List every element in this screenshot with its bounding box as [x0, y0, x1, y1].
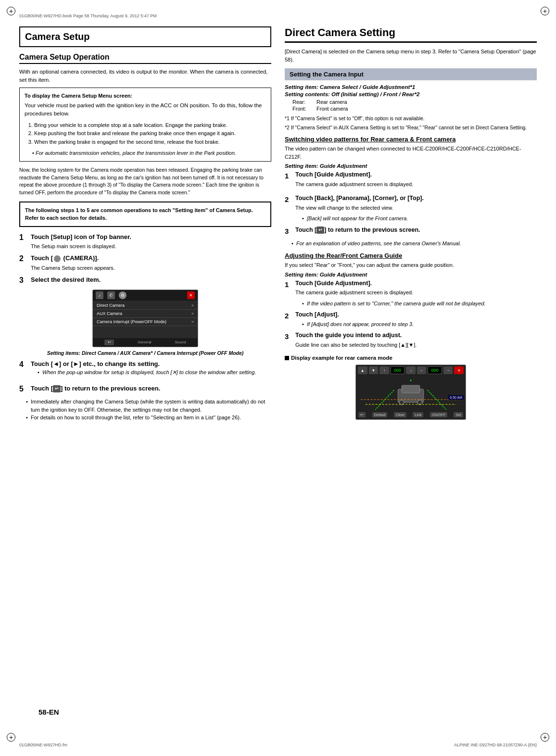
camera-top-bar: ♪ ✆ ⚙ ✕: [93, 290, 198, 301]
footnote-1: *1 If "Camera Select" is set to "Off", t…: [285, 115, 537, 122]
rear-label: Rear:: [292, 99, 316, 105]
footer-product-info: ALPINE INE-S927HD 68-21057Z90-A (EN): [454, 743, 537, 747]
time-badge: 6:50 AM: [448, 395, 464, 400]
number-field-1: 000: [391, 366, 404, 374]
ag-step-1: 1 Touch [Guide Adjustment]. The camera g…: [285, 279, 537, 308]
step-5: 5 Touch [↩] to return to the previous sc…: [19, 384, 271, 394]
adjusting-guide-title: Adjusting the Rear/Front Camera Guide: [285, 252, 537, 259]
step-5-content: Touch [↩] to return to the previous scre…: [31, 384, 271, 393]
sv-step-2-content: Touch [Back], [Panorama], [Corner], or […: [295, 194, 537, 223]
ag-step-1-num: 1: [285, 279, 293, 290]
camera-table: Rear: Rear camera Front: Front camera: [292, 99, 351, 112]
step-3-title: Select the desired item.: [31, 276, 271, 284]
default-btn: Default: [372, 412, 388, 417]
down2-btn: ↓: [406, 366, 416, 374]
ag-step-2: 2 Touch [Adjust]. If [Adjust] does not a…: [285, 311, 537, 328]
step-4-content: Touch [◄] or [►] etc., to change its set…: [31, 360, 271, 380]
switching-video-body: The video pattern can be changed when co…: [285, 145, 537, 161]
notice-bullets: For automatic transmission vehicles, pla…: [32, 149, 266, 157]
step-4-title: Touch [◄] or [►] etc., to change its set…: [31, 360, 271, 368]
switching-video-title: Switching video patterns for Rear camera…: [285, 136, 537, 143]
camera-bottom-bar: ↩ General Sound: [93, 338, 198, 347]
notice-steps: Bring your vehicle to a complete stop at…: [34, 121, 266, 147]
adjusting-guide-body: If you select "Rear" or "Front," you can…: [285, 261, 537, 269]
sv-step-3-content: Touch [↩] to return to the previous scre…: [295, 226, 537, 235]
step-3-num: 3: [19, 276, 29, 286]
step-5-title: Touch [↩] to return to the previous scre…: [31, 384, 271, 393]
right-intro: [Direct Camera] is selected on the Camer…: [285, 48, 537, 63]
front-value: Front camera: [316, 105, 351, 112]
ag-step-2-content: Touch [Adjust]. If [Adjust] does not app…: [295, 311, 537, 328]
step-1-num: 1: [19, 233, 29, 243]
notice-step-2: Keep pushing the foot brake and release …: [34, 129, 266, 138]
corner-mark-br: [541, 733, 549, 742]
page-number: 58-EN: [38, 708, 59, 716]
setting-item-label-1: Setting item: Camera Select / Guide Adju…: [285, 84, 537, 90]
ag-step-3: 3 Touch the guide you intend to adjust. …: [285, 331, 537, 352]
camera-screen: ♪ ✆ ⚙ ✕ Direct Camera » AUX Camera »: [92, 290, 198, 347]
up2-btn: ↑: [379, 366, 389, 374]
close-btn: ✕: [454, 366, 464, 374]
footnote-2: *2 If "Camera Select" in AUX Camera Sett…: [285, 124, 537, 131]
page-container: 01GB00INE-W927HD.book Page 58 Thursday, …: [0, 0, 556, 756]
link-btn: Link: [413, 412, 423, 417]
step-5-num: 5: [19, 384, 29, 394]
switching-setting-item: Setting item: Guide Adjustment: [285, 163, 537, 169]
col-right: Direct Camera Setting [Direct Camera] is…: [285, 26, 537, 730]
step-2-desc: The Camera Setup screen appears.: [31, 264, 271, 272]
subsection-title: Camera Setup Operation: [19, 53, 271, 64]
screenshot-caption: Setting items: Direct Camera / AUX Camer…: [19, 350, 271, 356]
ag-step-3-content: Touch the guide you intend to adjust. Gu…: [295, 331, 537, 352]
menu-item-aux: AUX Camera »: [93, 310, 198, 318]
columns: Camera Setup Camera Setup Operation With…: [19, 26, 537, 730]
sv-step-2-title: Touch [Back], [Panorama], [Corner], or […: [295, 194, 537, 203]
step-1-desc: The Setup main screen is displayed.: [31, 242, 271, 251]
sv-step-1-num: 1: [285, 171, 293, 181]
right-section-title: Direct Camera Setting: [285, 26, 537, 43]
setting-contents-label: Setting contents: Off (Initial setting) …: [285, 91, 537, 97]
ag-step-3-desc: Guide line can also be selected by touch…: [295, 341, 537, 349]
camera-setup-box: Camera Setup: [19, 26, 271, 47]
black-square-icon: [285, 356, 289, 360]
footer-line: 01GB05INE-W927HD.fm ALPINE INE-S927HD 68…: [19, 743, 537, 747]
ag-step-1-desc: The camera guide adjustment screen is di…: [295, 289, 537, 297]
menu-item-direct: Direct Camera »: [93, 302, 198, 310]
header-line: 01GB00INE-W927HD.book Page 58 Thursday, …: [19, 13, 537, 18]
right-btn: →: [443, 366, 453, 374]
table-row-rear: Rear: Rear camera: [292, 99, 351, 105]
guide-screen: ▲ ▼ ↑ 000 ↓ ← 000 → ✕: [355, 365, 466, 420]
step-1-content: Touch [Setup] icon of Top banner. The Se…: [31, 233, 271, 251]
ag-step-2-title: Touch [Adjust].: [295, 311, 537, 319]
step-4-num: 4: [19, 360, 29, 370]
sv-step-2-bullet: [Back] will not appear for the Front cam…: [302, 214, 537, 223]
ag-step-2-bullet: If [Adjust] does not appear, proceed to …: [302, 320, 537, 328]
sv-step-2-num: 2: [285, 194, 293, 204]
table-row-front: Front: Front camera: [292, 105, 351, 112]
close-icon: ✕: [187, 291, 195, 299]
step-2: 2 Touch [ (CAMERA)]. The Camera Setup sc…: [19, 254, 271, 272]
camera-input-header: Setting the Camera Input: [285, 68, 537, 80]
settings-icon: ⚙: [119, 291, 126, 299]
sv-step-1: 1 Touch [Guide Adjustment]. The camera g…: [285, 171, 537, 191]
ag-step-3-num: 3: [285, 331, 293, 341]
back-guide-btn: ↩: [358, 412, 366, 417]
step-3-content: Select the desired item.: [31, 276, 271, 284]
ag-step-1-title: Touch [Guide Adjustment].: [295, 279, 537, 288]
sv-step-2-desc: The view will change to the selected vie…: [295, 204, 537, 212]
step-2-content: Touch [ (CAMERA)]. The Camera Setup scre…: [31, 254, 271, 272]
step-1: 1 Touch [Setup] icon of Top banner. The …: [19, 233, 271, 251]
up-btn: ▲: [358, 366, 367, 374]
footer-file-info: 01GB05INE-W927HD.fm: [19, 743, 67, 747]
sv-step-1-content: Touch [Guide Adjustment]. The camera gui…: [295, 171, 537, 191]
guide-bottom-controls: ↩ Default Clear Link ON/OFF Set: [356, 410, 466, 419]
ag-step-2-num: 2: [285, 311, 293, 321]
ag-step-3-title: Touch the guide you intend to adjust.: [295, 331, 537, 340]
adjusting-setting-item: Setting item: Guide Adjustment: [285, 272, 537, 277]
step-4: 4 Touch [◄] or [►] etc., to change its s…: [19, 360, 271, 380]
notice-body: Your vehicle must be parked with the ign…: [25, 101, 266, 118]
step-1-title: Touch [Setup] icon of Top banner.: [31, 233, 271, 241]
guide-svg: [356, 376, 466, 410]
section-title: Camera Setup: [25, 31, 90, 42]
down-btn: ▼: [369, 366, 379, 374]
corner-mark-tl: [7, 7, 15, 15]
